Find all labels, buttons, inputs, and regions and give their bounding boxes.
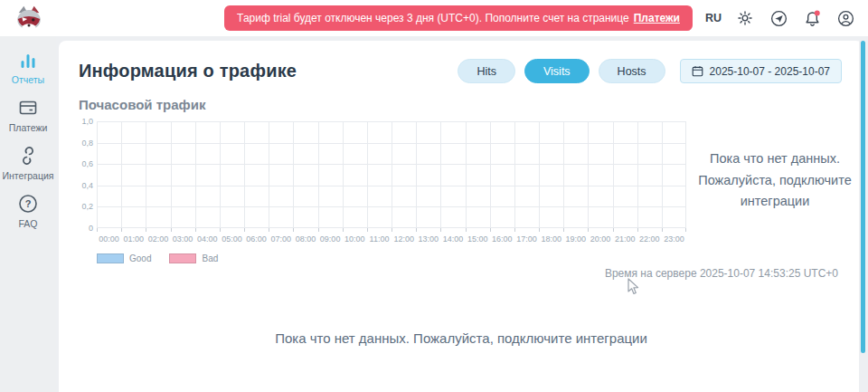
x-tick-label: 07:00 [269, 234, 293, 244]
x-tick-label: 12:00 [392, 234, 416, 244]
y-axis-labels: 1,00,80,60,40,20 [79, 121, 95, 228]
chart-legend: GoodBad [97, 253, 686, 263]
x-tick-label: 02:00 [146, 234, 170, 244]
x-tick-label: 13:00 [416, 234, 440, 244]
legend-label: Good [129, 253, 151, 263]
sidebar-item-integration[interactable]: Интеграция [1, 145, 55, 181]
chart-grid [97, 121, 686, 234]
x-tick-label: 23:00 [662, 234, 686, 244]
chart-row: 1,00,80,60,40,20 00:0001:0002:0003:0004:… [59, 121, 863, 263]
y-tick-label: 0,8 [81, 139, 93, 148]
page-body: Отчеты Платежи Интеграция ? FAQ [0, 36, 868, 392]
x-tick-label: 04:00 [195, 234, 220, 244]
date-range-value: 2025-10-07 - 2025-10-07 [710, 65, 830, 78]
x-tick-label: 22:00 [637, 234, 662, 244]
x-tick-label: 05:00 [220, 234, 244, 244]
x-tick-label: 18:00 [539, 234, 563, 244]
y-tick-label: 0,6 [81, 160, 93, 168]
x-tick-label: 19:00 [563, 234, 588, 244]
bar-chart-icon [18, 51, 38, 71]
sidebar-item-label: Платежи [9, 122, 48, 133]
metric-tabs: Hits Visits Hosts [458, 59, 665, 83]
sidebar-item-label: Отчеты [12, 74, 44, 85]
legend-label: Bad [202, 253, 218, 263]
app-logo[interactable] [13, 2, 45, 34]
x-tick-label: 15:00 [466, 234, 490, 244]
trial-banner-text: Тариф trial будет отключен через 3 дня (… [237, 12, 629, 24]
svg-text:?: ? [25, 198, 32, 209]
x-tick-label: 01:00 [121, 234, 146, 244]
no-data-side-message: Пока что нет данных. Пожалуйста, подключ… [686, 148, 863, 214]
legend-item-good[interactable]: Good [97, 253, 151, 263]
x-tick-label: 14:00 [440, 234, 465, 244]
hourly-traffic-chart: 1,00,80,60,40,20 00:0001:0002:0003:0004:… [79, 121, 686, 263]
x-tick-label: 17:00 [514, 234, 539, 244]
plot-area [97, 121, 686, 234]
calendar-icon [692, 65, 703, 77]
sidebar-item-payments[interactable]: Платежи [1, 97, 55, 133]
page-title: Информация о трафике [79, 61, 297, 81]
topbar: Тариф trial будет отключен через 3 дня (… [0, 0, 868, 36]
x-tick-label: 08:00 [293, 234, 317, 244]
x-tick-label: 03:00 [171, 234, 195, 244]
topbar-actions: RU [705, 8, 855, 28]
question-icon: ? [17, 193, 39, 215]
y-tick-label: 0,4 [81, 182, 93, 190]
y-tick-label: 0 [89, 225, 93, 233]
x-tick-label: 21:00 [613, 234, 637, 244]
x-tick-label: 16:00 [490, 234, 514, 244]
sidebar: Отчеты Платежи Интеграция ? FAQ [0, 36, 56, 392]
legend-item-bad[interactable]: Bad [169, 253, 218, 263]
sidebar-item-label: Интеграция [3, 170, 54, 181]
language-selector[interactable]: RU [705, 12, 722, 24]
notification-badge [814, 10, 819, 15]
payment-card-icon [17, 97, 39, 119]
sidebar-item-faq[interactable]: ? FAQ [1, 193, 55, 229]
link-icon [17, 145, 39, 167]
sidebar-item-label: FAQ [18, 218, 37, 229]
card-header: Информация о трафике Hits Visits Hosts 2… [59, 41, 863, 83]
main-content: Информация о трафике Hits Visits Hosts 2… [56, 36, 868, 392]
x-tick-label: 11:00 [367, 234, 392, 244]
payments-link[interactable]: Платежи [634, 12, 680, 24]
x-tick-label: 20:00 [588, 234, 612, 244]
server-time: Время на сервере 2025-10-07 14:53:25 UTC… [59, 267, 863, 280]
notifications-bell-icon[interactable] [802, 8, 822, 28]
x-tick-label: 06:00 [244, 234, 269, 244]
scrollbar-track [859, 41, 868, 392]
raccoon-logo-icon [14, 3, 44, 33]
x-tick-label: 00:00 [97, 234, 121, 244]
scrollbar-thumb[interactable] [861, 41, 865, 353]
tab-visits[interactable]: Visits [524, 59, 590, 83]
telegram-send-icon[interactable] [769, 8, 788, 28]
no-data-bottom-message: Пока что нет данных. Пожалуйста, подключ… [59, 330, 863, 346]
date-range-picker[interactable]: 2025-10-07 - 2025-10-07 [680, 59, 842, 83]
traffic-card: Информация о трафике Hits Visits Hosts 2… [59, 41, 863, 392]
legend-swatch [97, 253, 124, 263]
theme-sun-icon[interactable] [735, 8, 755, 28]
tab-hosts[interactable]: Hosts [599, 59, 665, 83]
tab-hits[interactable]: Hits [458, 59, 515, 83]
no-data-side-panel: Пока что нет данных. Пожалуйста, подключ… [686, 98, 863, 263]
y-tick-label: 1,0 [81, 118, 93, 126]
x-tick-label: 10:00 [343, 234, 367, 244]
y-tick-label: 0,2 [81, 203, 93, 211]
profile-icon[interactable] [835, 8, 855, 28]
trial-banner: Тариф trial будет отключен через 3 дня (… [224, 5, 693, 31]
x-axis-labels: 00:0001:0002:0003:0004:0005:0006:0007:00… [97, 234, 686, 244]
sidebar-item-reports[interactable]: Отчеты [1, 51, 55, 85]
x-tick-label: 09:00 [318, 234, 343, 244]
legend-swatch [169, 253, 196, 263]
